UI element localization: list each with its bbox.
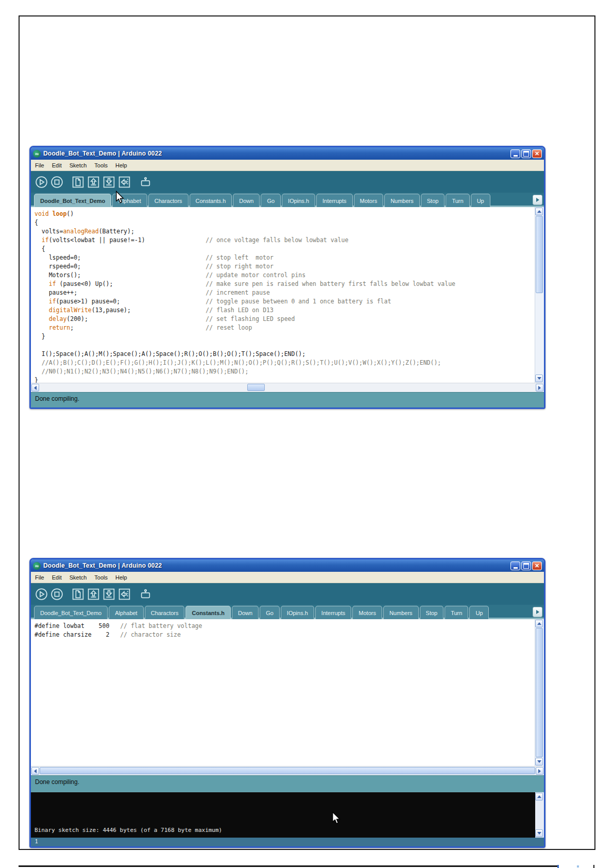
tab-motors[interactable]: Motors — [354, 194, 384, 207]
scroll-right-button[interactable] — [536, 384, 543, 392]
scrollbar-thumb[interactable] — [536, 628, 543, 757]
scroll-down-button[interactable] — [535, 829, 543, 837]
menu-file[interactable]: File — [35, 162, 44, 168]
menu-edit[interactable]: Edit — [52, 162, 62, 168]
scrollbar-thumb[interactable] — [536, 216, 543, 293]
vertical-scrollbar[interactable] — [535, 207, 544, 383]
tab-interrupts[interactable]: Interrupts — [315, 606, 351, 619]
window-title: Doodle_Bot_Text_Demo | Arduino 0022 — [43, 562, 508, 569]
serial-monitor-icon[interactable] — [139, 588, 152, 601]
arduino-window-top: ∞ Doodle_Bot_Text_Demo | Arduino 0022 Fi… — [29, 146, 545, 409]
maximize-button[interactable] — [521, 149, 531, 158]
menu-sketch[interactable]: Sketch — [70, 574, 87, 581]
code-line: //A();B();C();D();E();F();G();H();I();J(… — [35, 359, 535, 367]
tab-interrupts[interactable]: Interrupts — [316, 194, 352, 207]
console-scrollbar[interactable] — [535, 792, 544, 838]
tab-doodle-bot-text-demo[interactable]: Doodle_Bot_Text_Demo — [34, 606, 108, 619]
title-bar[interactable]: ∞ Doodle_Bot_Text_Demo | Arduino 0022 — [31, 147, 544, 160]
page-frame: ∞ Doodle_Bot_Text_Demo | Arduino 0022 Fi… — [19, 15, 595, 850]
minimize-button[interactable] — [510, 561, 520, 570]
save-icon[interactable] — [103, 588, 115, 601]
tab-stop[interactable]: Stop — [420, 606, 444, 619]
tab-go[interactable]: Go — [260, 606, 280, 619]
toolbar — [31, 583, 544, 605]
menu-help[interactable]: Help — [115, 574, 127, 581]
tab-overflow-button[interactable] — [533, 607, 542, 617]
tab-motors[interactable]: Motors — [352, 606, 382, 619]
verify-icon[interactable] — [35, 588, 48, 601]
menu-file[interactable]: File — [35, 574, 44, 581]
code-line: return; // reset loop — [35, 324, 535, 332]
tab-numbers[interactable]: Numbers — [383, 606, 419, 619]
new-sketch-icon[interactable] — [72, 176, 84, 189]
title-bar[interactable]: ∞ Doodle_Bot_Text_Demo | Arduino 0022 — [31, 559, 544, 572]
scrollbar-thumb[interactable] — [247, 384, 265, 391]
code-editor[interactable]: #define lowbat 500 // flat battery volta… — [31, 619, 544, 766]
horizontal-scrollbar[interactable] — [31, 383, 544, 392]
tab-constants-h[interactable]: Constants.h — [185, 606, 231, 619]
new-sketch-icon[interactable] — [72, 588, 84, 601]
scroll-down-button[interactable] — [535, 758, 543, 765]
code-line: pause++; // increment pause — [35, 288, 535, 297]
stop-icon[interactable] — [50, 588, 63, 601]
menu-tools[interactable]: Tools — [94, 162, 108, 168]
upload-icon[interactable] — [118, 176, 131, 189]
tab-numbers[interactable]: Numbers — [384, 194, 420, 207]
maximize-button[interactable] — [521, 561, 531, 570]
tab-charactors[interactable]: Charactors — [148, 194, 189, 207]
code-line: rspeed=0; // stop right motor — [35, 262, 535, 271]
tab-turn[interactable]: Turn — [445, 606, 468, 619]
open-icon[interactable] — [87, 588, 100, 601]
tab-charactors[interactable]: Charactors — [145, 606, 185, 619]
menu-tools[interactable]: Tools — [94, 574, 108, 581]
arduino-logo-icon: ∞ — [33, 562, 41, 570]
window-title: Doodle_Bot_Text_Demo | Arduino 0022 — [43, 150, 508, 157]
close-button[interactable] — [532, 561, 542, 570]
verify-icon[interactable] — [35, 176, 48, 189]
scroll-left-button[interactable] — [31, 384, 39, 392]
mouse-cursor — [115, 191, 125, 204]
tab-down[interactable]: Down — [232, 606, 259, 619]
close-button[interactable] — [532, 149, 542, 158]
tab-down[interactable]: Down — [233, 194, 260, 207]
code-line — [35, 341, 535, 350]
code-line: if(volts<lowbat || pause!=-1) // once vo… — [35, 236, 535, 245]
upload-icon[interactable] — [118, 588, 131, 601]
scroll-up-button[interactable] — [535, 793, 543, 801]
scroll-left-button[interactable] — [31, 767, 39, 775]
tab-up[interactable]: Up — [471, 194, 490, 207]
scroll-up-button[interactable] — [535, 208, 543, 215]
minimize-button[interactable] — [510, 149, 520, 158]
scroll-right-button[interactable] — [536, 767, 543, 775]
tab-turn[interactable]: Turn — [446, 194, 469, 207]
scrollbar-thumb[interactable] — [40, 767, 535, 774]
code-text[interactable]: void loop(){ volts=analogRead(Battery); … — [31, 208, 535, 383]
menu-bar: FileEditSketchToolsHelp — [31, 572, 544, 583]
tab-go[interactable]: Go — [261, 194, 281, 207]
vertical-scrollbar[interactable] — [535, 619, 544, 766]
open-icon[interactable] — [87, 176, 100, 189]
tab-up[interactable]: Up — [469, 606, 489, 619]
save-icon[interactable] — [103, 176, 115, 189]
serial-monitor-icon[interactable] — [139, 176, 152, 189]
code-line: volts=analogRead(Battery); — [35, 227, 535, 236]
tab-alphabet[interactable]: Alphabet — [109, 606, 143, 619]
code-text[interactable]: #define lowbat 500 // flat battery volta… — [31, 620, 535, 639]
tab-doodle-bot-text-demo[interactable]: Doodle_Bot_Text_Demo — [34, 194, 111, 207]
tab-stop[interactable]: Stop — [421, 194, 445, 207]
tab-constants-h[interactable]: Constants.h — [190, 194, 232, 207]
menu-sketch[interactable]: Sketch — [70, 162, 87, 168]
tab-overflow-button[interactable] — [533, 195, 542, 205]
horizontal-scrollbar[interactable] — [31, 766, 544, 775]
menu-help[interactable]: Help — [115, 162, 127, 168]
scroll-down-button[interactable] — [535, 375, 543, 382]
arduino-logo-icon: ∞ — [33, 150, 41, 158]
code-editor[interactable]: void loop(){ volts=analogRead(Battery); … — [31, 207, 544, 383]
mouse-cursor — [332, 811, 341, 825]
tab-iopins-h[interactable]: IOpins.h — [281, 606, 314, 619]
scroll-up-button[interactable] — [535, 620, 543, 627]
stop-icon[interactable] — [50, 176, 63, 189]
menu-edit[interactable]: Edit — [52, 574, 62, 581]
tab-iopins-h[interactable]: IOpins.h — [282, 194, 315, 207]
status-bar: Done compiling. — [31, 775, 544, 792]
